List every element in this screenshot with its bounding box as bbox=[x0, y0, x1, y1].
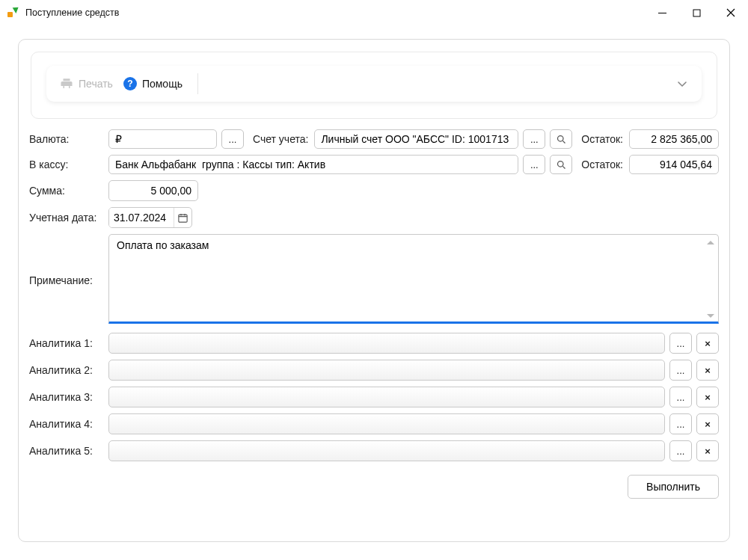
analytic-2-lookup-button[interactable]: ... bbox=[669, 360, 692, 381]
analytic-5-clear-button[interactable]: × bbox=[696, 440, 719, 461]
svg-point-1 bbox=[557, 135, 563, 141]
currency-label: Валюта: bbox=[29, 133, 104, 145]
analytic-4-label: Аналитика 4: bbox=[29, 418, 104, 430]
cashbox-search-button[interactable] bbox=[550, 155, 572, 174]
triangle-up-icon bbox=[707, 241, 714, 244]
account-balance-label: Остаток: bbox=[581, 133, 623, 145]
currency-input[interactable] bbox=[108, 129, 217, 149]
clear-icon: × bbox=[705, 392, 711, 403]
clear-icon: × bbox=[705, 419, 711, 430]
window-title: Поступление средств bbox=[25, 7, 119, 18]
currency-lookup-button[interactable]: ... bbox=[221, 129, 244, 149]
titlebar: Поступление средств bbox=[0, 0, 748, 25]
execute-label: Выполнить bbox=[646, 481, 700, 493]
svg-point-2 bbox=[557, 161, 563, 167]
account-label: Счет учета: bbox=[253, 133, 308, 145]
cashbox-balance-value: 914 045,64 bbox=[629, 155, 719, 174]
cashbox-input[interactable] bbox=[108, 155, 518, 174]
analytic-1-lookup-button[interactable]: ... bbox=[669, 333, 692, 354]
svg-rect-0 bbox=[693, 10, 700, 16]
analytic-3-label: Аналитика 3: bbox=[29, 391, 104, 403]
toolbar-separator bbox=[197, 73, 198, 94]
analytic-4-lookup-button[interactable]: ... bbox=[669, 413, 692, 434]
help-label: Помощь bbox=[142, 78, 183, 90]
note-label: Примечание: bbox=[29, 274, 104, 286]
note-spin-up[interactable] bbox=[706, 238, 715, 247]
analytic-1-clear-button[interactable]: × bbox=[696, 333, 719, 354]
print-label: Печать bbox=[79, 78, 113, 90]
account-lookup-button[interactable]: ... bbox=[523, 129, 545, 149]
clear-icon: × bbox=[705, 446, 711, 457]
note-spin-down[interactable] bbox=[706, 311, 715, 320]
account-balance-value: 2 825 365,00 bbox=[629, 129, 719, 149]
account-input[interactable] bbox=[314, 129, 518, 149]
analytic-2-clear-button[interactable]: × bbox=[696, 360, 719, 381]
analytic-4-field[interactable] bbox=[108, 413, 665, 434]
search-icon bbox=[556, 134, 567, 145]
analytic-1-field[interactable] bbox=[108, 333, 665, 354]
analytic-1-label: Аналитика 1: bbox=[29, 337, 104, 349]
clear-icon: × bbox=[705, 338, 711, 349]
calendar-icon bbox=[177, 212, 188, 224]
analytic-4-clear-button[interactable]: × bbox=[696, 413, 719, 434]
cashbox-balance-label: Остаток: bbox=[581, 159, 623, 170]
clear-icon: × bbox=[705, 365, 711, 376]
print-button[interactable]: Печать bbox=[60, 77, 113, 90]
analytic-5-label: Аналитика 5: bbox=[29, 445, 104, 457]
analytic-2-label: Аналитика 2: bbox=[29, 364, 104, 376]
analytic-5-lookup-button[interactable]: ... bbox=[669, 440, 692, 461]
amount-label: Сумма: bbox=[29, 185, 104, 197]
amount-input[interactable] bbox=[108, 180, 198, 201]
search-icon bbox=[556, 159, 567, 170]
window-maximize-button[interactable] bbox=[679, 0, 714, 25]
analytic-5-field[interactable] bbox=[108, 440, 665, 461]
account-search-button[interactable] bbox=[550, 129, 572, 149]
print-icon bbox=[60, 77, 73, 90]
date-input[interactable] bbox=[109, 208, 174, 227]
analytic-3-field[interactable] bbox=[108, 387, 665, 407]
calendar-button[interactable] bbox=[174, 208, 191, 227]
date-label: Учетная дата: bbox=[29, 212, 104, 224]
analytic-3-clear-button[interactable]: × bbox=[696, 387, 719, 407]
app-icon bbox=[7, 6, 21, 19]
window-close-button[interactable] bbox=[714, 0, 748, 25]
toolbar-expand-button[interactable] bbox=[676, 78, 688, 90]
cashbox-label: В кассу: bbox=[29, 159, 104, 170]
analytic-3-lookup-button[interactable]: ... bbox=[669, 387, 692, 407]
window-minimize-button[interactable] bbox=[645, 0, 679, 25]
execute-button[interactable]: Выполнить bbox=[628, 475, 719, 499]
triangle-down-icon bbox=[707, 314, 714, 318]
toolbar: Печать Помощь bbox=[46, 66, 702, 102]
help-icon bbox=[123, 77, 137, 90]
svg-rect-3 bbox=[179, 215, 187, 222]
analytic-2-field[interactable] bbox=[108, 360, 665, 381]
cashbox-lookup-button[interactable]: ... bbox=[523, 155, 545, 174]
note-textarea[interactable] bbox=[108, 234, 719, 324]
date-field[interactable] bbox=[108, 207, 192, 228]
help-button[interactable]: Помощь bbox=[123, 77, 183, 90]
header-card: Печать Помощь bbox=[31, 52, 717, 119]
